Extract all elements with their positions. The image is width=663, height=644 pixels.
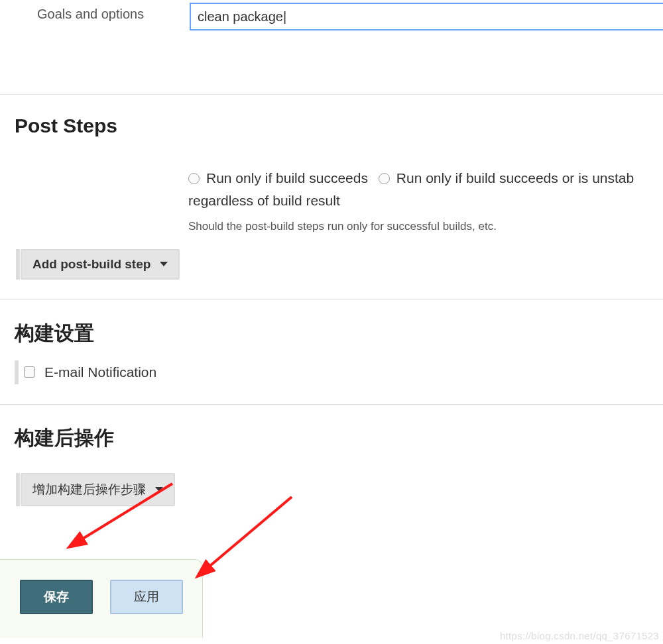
divider bbox=[0, 94, 663, 95]
radio-line2: regardless of build result bbox=[188, 190, 663, 212]
chevron-down-icon bbox=[155, 487, 163, 492]
chevron-down-icon bbox=[160, 262, 168, 266]
post-steps-heading: Post Steps bbox=[15, 115, 663, 137]
radio-label: Run only if build succeeds bbox=[206, 168, 368, 189]
goals-input[interactable] bbox=[190, 3, 663, 30]
dropdown-label: 增加构建后操作步骤 bbox=[32, 481, 146, 498]
email-notification-checkbox[interactable]: E-mail Notification bbox=[17, 364, 663, 380]
divider bbox=[0, 404, 663, 405]
divider bbox=[0, 299, 663, 300]
build-settings-heading: 构建设置 bbox=[15, 320, 663, 347]
post-steps-help: Should the post-build steps run only for… bbox=[188, 220, 663, 233]
post-build-heading: 构建后操作 bbox=[15, 425, 663, 452]
add-post-build-step-button[interactable]: Add post-build step bbox=[21, 249, 180, 280]
save-button[interactable]: 保存 bbox=[20, 580, 93, 614]
checkbox-label: E-mail Notification bbox=[44, 364, 156, 380]
radio-build-unstable[interactable]: Run only if build succeeds or is unstab bbox=[379, 168, 634, 189]
apply-button[interactable]: 应用 bbox=[110, 580, 183, 614]
checkbox-icon bbox=[24, 366, 35, 378]
radio-icon bbox=[188, 173, 200, 184]
radio-icon bbox=[379, 173, 390, 184]
watermark: https://blog.csdn.net/qq_37671523 bbox=[500, 630, 659, 638]
dropdown-label: Add post-build step bbox=[32, 257, 151, 272]
add-post-build-action-button[interactable]: 增加构建后操作步骤 bbox=[21, 473, 175, 506]
radio-build-succeeds[interactable]: Run only if build succeeds bbox=[188, 168, 368, 189]
goals-label: Goals and options bbox=[37, 3, 190, 22]
actions-panel: 保存 应用 bbox=[0, 559, 203, 638]
radio-label: Run only if build succeeds or is unstab bbox=[396, 168, 634, 189]
